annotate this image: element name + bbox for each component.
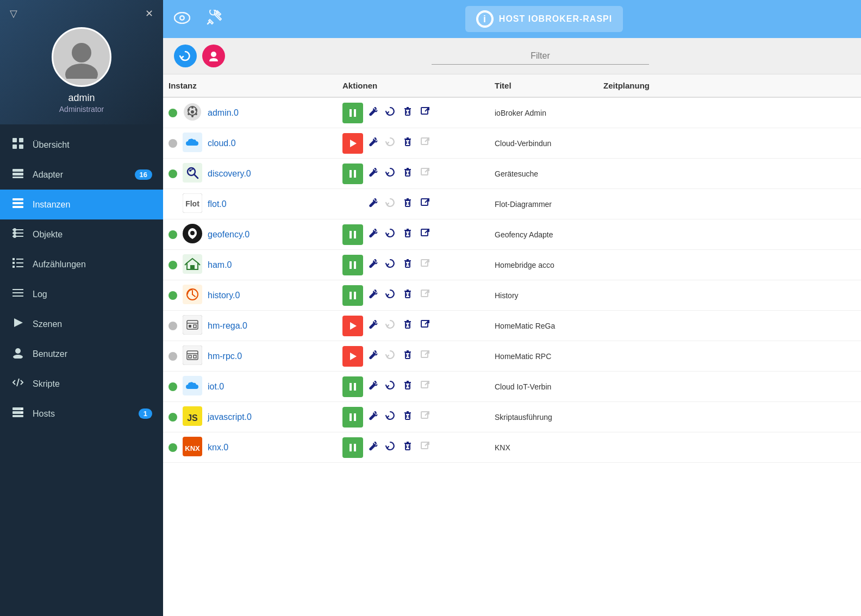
refresh-button[interactable] xyxy=(383,165,398,183)
wrench-button[interactable] xyxy=(365,134,380,152)
play-button[interactable] xyxy=(342,133,363,154)
title-text: KNX xyxy=(495,443,510,452)
instance-name[interactable]: geofency.0 xyxy=(208,230,249,240)
delete-button[interactable] xyxy=(400,408,415,426)
sidebar-item-uebersicht[interactable]: Übersicht xyxy=(0,130,163,160)
refresh-button[interactable] xyxy=(383,378,398,395)
delete-button[interactable] xyxy=(400,134,415,152)
delete-button[interactable] xyxy=(400,165,415,183)
pause-button[interactable] xyxy=(342,285,363,306)
wrench-button[interactable] xyxy=(365,378,380,395)
pause-button[interactable] xyxy=(342,376,363,397)
title-text: History xyxy=(495,291,519,300)
wrench-button[interactable] xyxy=(365,317,380,335)
delete-button[interactable] xyxy=(400,225,415,243)
wrench-button[interactable] xyxy=(365,408,380,426)
refresh-button[interactable] xyxy=(383,256,398,274)
play-button[interactable] xyxy=(342,346,363,367)
instance-name[interactable]: hm-rega.0 xyxy=(208,321,247,331)
aktionen-cell xyxy=(337,189,489,219)
svg-point-93 xyxy=(190,231,195,235)
user-filter-button[interactable] xyxy=(202,45,225,67)
sidebar-item-adapter[interactable]: Adapter 16 xyxy=(0,160,163,190)
play-button[interactable] xyxy=(342,316,363,336)
wrench-button[interactable] xyxy=(365,286,380,304)
pause-button[interactable] xyxy=(342,407,363,428)
link-button xyxy=(417,286,433,304)
svg-rect-62 xyxy=(405,140,410,146)
down-arrow-button[interactable]: ▽ xyxy=(5,5,22,22)
eye-icon[interactable] xyxy=(174,10,190,28)
sidebar-nav: Übersicht Adapter 16 Instanzen Objekte xyxy=(0,124,163,616)
pause-button[interactable] xyxy=(342,224,363,245)
adapter-logo xyxy=(183,254,202,275)
pause-button[interactable] xyxy=(342,437,363,458)
aufzaehlungen-icon xyxy=(11,257,25,272)
wrench-button[interactable] xyxy=(365,256,380,274)
instance-name[interactable]: iot.0 xyxy=(208,382,224,392)
adapter-logo xyxy=(183,163,202,184)
aktionen-cell xyxy=(337,311,489,341)
delete-button[interactable] xyxy=(400,438,415,456)
sidebar-item-hosts[interactable]: Hosts 1 xyxy=(0,399,163,429)
delete-button[interactable] xyxy=(400,256,415,274)
instance-name[interactable]: history.0 xyxy=(208,291,240,300)
pause-button[interactable] xyxy=(342,164,363,184)
svg-rect-133 xyxy=(405,322,410,328)
pause-button[interactable] xyxy=(342,103,363,123)
instance-name[interactable]: cloud.0 xyxy=(208,139,236,148)
refresh-button[interactable] xyxy=(174,45,197,67)
wrench-button[interactable] xyxy=(365,195,380,213)
instance-name[interactable]: discovery.0 xyxy=(208,169,251,179)
topbar-title-text: HOST IOBROKER-RASPI xyxy=(499,14,612,24)
delete-button[interactable] xyxy=(400,104,415,122)
link-button[interactable] xyxy=(417,317,433,335)
instance-name[interactable]: hm-rpc.0 xyxy=(208,351,242,361)
sidebar-item-skripte[interactable]: Skripte xyxy=(0,369,163,399)
titel-cell: KNX xyxy=(489,432,598,463)
wrench-button[interactable] xyxy=(365,165,380,183)
instanz-cell: hm-rega.0 xyxy=(163,311,337,341)
wrench-button[interactable] xyxy=(365,347,380,365)
refresh-button[interactable] xyxy=(383,104,398,122)
refresh-button xyxy=(383,195,398,213)
svg-text:JS: JS xyxy=(187,413,198,423)
instance-name[interactable]: flot.0 xyxy=(208,199,227,209)
svg-point-17 xyxy=(13,235,16,238)
svg-rect-106 xyxy=(354,261,356,269)
sidebar-item-instanzen[interactable]: Instanzen xyxy=(0,190,163,219)
refresh-button[interactable] xyxy=(383,438,398,456)
delete-button[interactable] xyxy=(400,195,415,213)
sidebar-item-szenen[interactable]: Szenen xyxy=(0,309,163,339)
svg-rect-53 xyxy=(405,109,410,115)
adapter-logo xyxy=(183,315,202,336)
close-button[interactable]: ✕ xyxy=(141,5,158,22)
wrench-button[interactable] xyxy=(365,225,380,243)
instance-name[interactable]: admin.0 xyxy=(208,108,239,118)
filter-input[interactable] xyxy=(432,48,649,65)
pause-button[interactable] xyxy=(342,255,363,275)
sidebar-item-objekte[interactable]: Objekte xyxy=(0,219,163,249)
refresh-button[interactable] xyxy=(383,286,398,304)
sidebar-item-log[interactable]: Log xyxy=(0,279,163,309)
instance-name[interactable]: knx.0 xyxy=(208,443,228,452)
delete-button[interactable] xyxy=(400,317,415,335)
refresh-button[interactable] xyxy=(383,408,398,426)
status-dot-green xyxy=(169,291,177,300)
wrench-button[interactable] xyxy=(365,438,380,456)
sidebar-item-benutzer[interactable]: Benutzer xyxy=(0,339,163,369)
sidebar-item-aufzaehlungen[interactable]: Aufzählungen xyxy=(0,249,163,279)
refresh-button[interactable] xyxy=(383,225,398,243)
delete-button[interactable] xyxy=(400,347,415,365)
link-button[interactable] xyxy=(417,104,433,122)
instance-name[interactable]: ham.0 xyxy=(208,260,232,270)
wrench-icon[interactable] xyxy=(207,10,222,29)
svg-point-50 xyxy=(188,109,190,111)
delete-button[interactable] xyxy=(400,378,415,395)
link-button[interactable] xyxy=(417,195,433,213)
link-button[interactable] xyxy=(417,225,433,243)
wrench-button[interactable] xyxy=(365,104,380,122)
instance-name[interactable]: javascript.0 xyxy=(208,412,252,422)
delete-button[interactable] xyxy=(400,286,415,304)
table-row: history.0 History xyxy=(163,280,861,311)
